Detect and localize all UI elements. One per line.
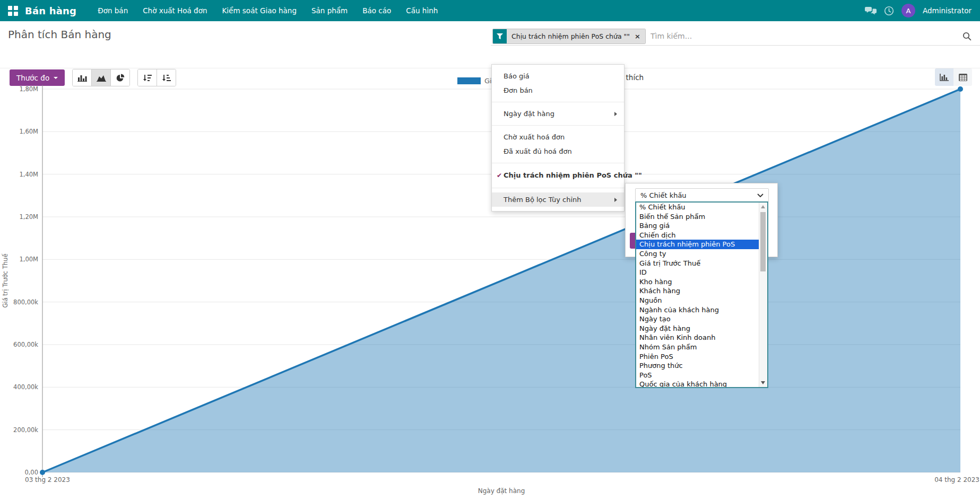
svg-text:1,60M: 1,60M [19,128,38,135]
messages-icon[interactable] [865,6,877,15]
svg-text:1,20M: 1,20M [19,213,38,221]
nav-menu-item[interactable]: Chờ xuất Hoá đơn [135,0,214,21]
legend-swatch [457,77,481,84]
sales-analysis-screen: Bán hàng Đơn bánChờ xuất Hoá đơnKiểm soá… [0,0,980,501]
svg-text:04 thg 2 2023: 04 thg 2 2023 [934,476,979,484]
select-option[interactable]: Nguồn [636,296,759,305]
control-panel: Phân tích Bán hàng Chịu trách nhiệm phiê… [0,21,980,68]
search-input[interactable] [646,32,962,40]
svg-text:Giá trị Trước Thuế: Giá trị Trước Thuế [2,253,9,308]
facet-filter-icon [493,29,507,43]
select-option[interactable]: Phương thức [636,361,759,371]
menu-separator [492,163,624,163]
select-option[interactable]: Khách hàng [636,286,759,296]
navbar-right: A Administrator [865,4,980,17]
svg-text:03 thg 2 2023: 03 thg 2 2023 [25,476,70,484]
field-select-value: % Chiết khấu [640,191,687,199]
chevron-down-icon [757,194,764,197]
select-option[interactable]: Giá trị Trước Thuế [636,259,759,268]
menu-separator [492,102,624,102]
filter-menu-item[interactable]: Báo giá [492,69,624,83]
select-option[interactable]: Chịu trách nhiệm phiên PoS [636,240,759,249]
select-option[interactable]: PoS [636,371,759,380]
select-option[interactable]: Công ty [636,249,759,259]
svg-text:200,00k: 200,00k [13,426,38,434]
menu-separator [492,188,624,188]
navbar-menu: Đơn bánChờ xuất Hoá đơnKiểm soát Giao hà… [90,0,445,21]
nav-menu-item[interactable]: Cấu hình [398,0,445,21]
listbox-scrollbar[interactable] [759,203,767,387]
svg-text:1,80M: 1,80M [19,85,38,93]
svg-text:1,00M: 1,00M [19,256,38,263]
select-option[interactable]: Biến thể Sản phẩm [636,212,759,222]
user-avatar[interactable]: A [901,4,915,17]
apps-menu-icon[interactable] [8,6,18,16]
select-option[interactable]: Chiến dịch [636,231,759,240]
filter-menu-item[interactable]: Đơn bán [492,83,624,98]
facet-remove-icon[interactable]: × [635,32,640,40]
select-option[interactable]: Ngày đặt hàng [636,324,759,333]
select-option[interactable]: Ngày tạo [636,314,759,324]
area-chart-svg: 0,00200,00k400,00k600,00k800,00k1,00M1,2… [0,68,980,501]
svg-text:0,00: 0,00 [24,469,38,476]
activities-clock-icon[interactable] [884,6,894,16]
nav-menu-item[interactable]: Đơn bán [90,0,135,21]
field-select[interactable]: % Chiết khấu [635,188,769,202]
nav-menu-item[interactable]: Kiểm soát Giao hàng [214,0,304,21]
svg-text:800,00k: 800,00k [13,298,38,306]
svg-text:600,00k: 600,00k [13,341,38,348]
page-title: Phân tích Bán hàng [8,28,111,41]
select-option[interactable]: % Chiết khấu [636,203,759,212]
field-select-listbox: % Chiết khấuBiến thể Sản phẩmBảng giáChi… [635,201,768,388]
filter-menu-item[interactable]: Thêm Bộ lọc Tùy chỉnh [492,192,624,207]
select-option[interactable]: Nhóm Sản phẩm [636,342,759,352]
filter-menu-item[interactable]: Chờ xuất hoá đơn [492,130,624,144]
field-options: % Chiết khấuBiến thể Sản phẩmBảng giáChi… [636,203,759,387]
app-brand[interactable]: Bán hàng [25,5,76,16]
svg-text:1,40M: 1,40M [19,171,38,178]
menu-separator [492,125,624,126]
search-facet: Chịu trách nhiệm phiên PoS chứa "" × [492,29,646,44]
nav-menu-item[interactable]: Báo cáo [355,0,398,21]
scroll-down-icon[interactable] [761,381,765,384]
search-bar: Chịu trách nhiệm phiên PoS chứa "" × [491,27,980,46]
select-option[interactable]: Quốc gia của khách hàng [636,380,759,388]
facet-body: Chịu trách nhiệm phiên PoS chứa "" × [507,29,645,43]
user-name[interactable]: Administrator [923,6,972,15]
filter-menu-item[interactable]: Chịu trách nhiệm phiên PoS chứa "" [492,168,624,183]
select-option[interactable]: Ngành của khách hàng [636,305,759,315]
scroll-thumb[interactable] [760,212,766,271]
svg-text:400,00k: 400,00k [13,383,38,391]
select-option[interactable]: Nhân viên Kinh doanh [636,333,759,342]
filter-menu-item[interactable]: Ngày đặt hàng [492,107,624,121]
scroll-up-icon[interactable] [761,205,765,208]
svg-text:Ngày đặt hàng: Ngày đặt hàng [478,487,525,495]
select-option[interactable]: Phiên PoS [636,352,759,362]
search-icon[interactable] [962,32,972,41]
nav-menu-item[interactable]: Sản phẩm [304,0,355,21]
select-option[interactable]: ID [636,268,759,277]
top-navbar: Bán hàng Đơn bánChờ xuất Hoá đơnKiểm soá… [0,0,980,21]
facet-label: Chịu trách nhiệm phiên PoS chứa "" [511,32,630,40]
select-option[interactable]: Bảng giá [636,221,759,231]
filters-dropdown-menu: Báo giáĐơn bánNgày đặt hàngChờ xuất hoá … [491,64,625,212]
chart-area: Giá trị Trước Thuế 0,00200,00k400,00k600… [0,68,980,501]
select-option[interactable]: Kho hàng [636,277,759,287]
filter-menu-item[interactable]: Đã xuất đủ hoá đơn [492,144,624,159]
